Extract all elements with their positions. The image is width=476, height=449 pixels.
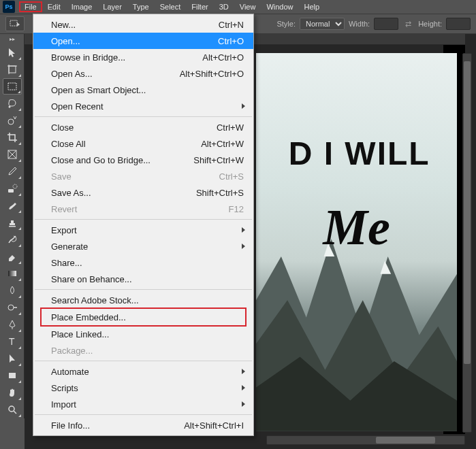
menu-item-open[interactable]: Open...Ctrl+O	[33, 33, 253, 49]
menu-item-label: Browse in Bridge...	[51, 52, 202, 63]
swap-dimensions-icon[interactable]: ⇄	[405, 20, 411, 29]
rectangular-marquee-tool[interactable]	[3, 78, 22, 95]
menu-item-browse-in-bridge[interactable]: Browse in Bridge...Alt+Ctrl+O	[33, 49, 253, 65]
gradient-tool[interactable]	[3, 265, 22, 282]
submenu-arrow-icon	[242, 244, 245, 249]
menu-edit[interactable]: Edit	[42, 1, 66, 12]
menu-item-label: Import	[51, 399, 244, 410]
menu-3d[interactable]: 3D	[214, 1, 234, 12]
menu-help[interactable]: Help	[299, 1, 326, 12]
menu-item-label: Scripts	[51, 383, 244, 393]
svg-rect-18	[9, 373, 16, 378]
brush-tool[interactable]	[3, 197, 22, 214]
menu-item-open-recent[interactable]: Open Recent	[33, 98, 253, 114]
crop-tool[interactable]	[3, 129, 22, 146]
menu-item-label: Open...	[51, 36, 218, 46]
horizontal-scrollbar[interactable]	[266, 435, 465, 445]
svg-rect-1	[9, 66, 16, 73]
menu-item-close-all[interactable]: Close AllAlt+Ctrl+W	[33, 135, 253, 152]
menu-item-revert: RevertF12	[33, 201, 253, 217]
menu-item-shortcut: Shift+Ctrl+W	[193, 155, 244, 165]
lasso-tool[interactable]	[3, 95, 22, 112]
menu-item-package: Package...	[33, 342, 253, 359]
height-input[interactable]	[446, 18, 471, 30]
menu-layer[interactable]: Layer	[97, 1, 127, 12]
history-brush-tool[interactable]	[3, 231, 22, 248]
menu-item-label: Share...	[51, 258, 244, 268]
width-input[interactable]	[374, 18, 398, 30]
clone-stamp-tool[interactable]	[3, 214, 22, 231]
menu-separator	[35, 289, 252, 290]
menu-item-import[interactable]: Import	[33, 396, 253, 412]
menu-item-scripts[interactable]: Scripts	[33, 380, 253, 396]
svg-point-14	[8, 305, 14, 310]
svg-line-20	[14, 411, 16, 414]
style-select[interactable]: Normal	[300, 18, 345, 30]
dodge-tool[interactable]	[3, 299, 22, 316]
width-label: Width:	[349, 20, 370, 28]
menu-file[interactable]: File	[19, 1, 42, 12]
menu-item-save: SaveCtrl+S	[33, 168, 253, 184]
menu-type[interactable]: Type	[127, 1, 155, 12]
menu-item-label: Revert	[51, 204, 229, 214]
svg-rect-12	[9, 226, 16, 227]
eraser-tool[interactable]	[3, 248, 22, 265]
menu-item-shortcut: Ctrl+S	[219, 171, 244, 182]
spot-healing-brush-tool[interactable]	[3, 180, 22, 197]
blur-tool[interactable]	[3, 282, 22, 299]
menu-item-open-as[interactable]: Open As...Alt+Shift+Ctrl+O	[33, 65, 253, 82]
horizontal-type-tool[interactable]: T	[3, 333, 22, 350]
hand-tool[interactable]	[3, 384, 22, 401]
menu-item-label: Open As...	[51, 69, 180, 79]
menu-window[interactable]: Window	[261, 1, 298, 12]
height-label: Height:	[418, 20, 442, 28]
menu-item-share[interactable]: Share...	[33, 254, 253, 271]
svg-point-11	[13, 184, 17, 188]
menu-item-file-info[interactable]: File Info...Alt+Shift+Ctrl+I	[33, 417, 253, 433]
menu-image[interactable]: Image	[66, 1, 98, 12]
submenu-arrow-icon	[242, 227, 245, 233]
menu-item-automate[interactable]: Automate	[33, 363, 253, 380]
menu-select[interactable]: Select	[155, 1, 187, 12]
menu-item-place-linked[interactable]: Place Linked...	[33, 326, 253, 342]
tool-preset-picker[interactable]	[5, 16, 25, 31]
menu-item-close-and-go-to-bridge[interactable]: Close and Go to Bridge...Shift+Ctrl+W	[33, 152, 253, 168]
menu-item-label: Close and Go to Bridge...	[51, 155, 193, 165]
menu-item-save-as[interactable]: Save As...Shift+Ctrl+S	[33, 184, 253, 201]
menu-item-shortcut: Ctrl+O	[218, 36, 244, 46]
file-menu-dropdown: New...Ctrl+NOpen...Ctrl+OBrowse in Bridg…	[33, 14, 254, 436]
menu-separator	[35, 116, 252, 117]
menu-item-export[interactable]: Export	[33, 222, 253, 238]
svg-point-6	[8, 119, 14, 124]
path-selection-tool[interactable]	[3, 350, 22, 367]
document-canvas[interactable]: D I WILL Me	[256, 53, 457, 431]
menu-item-label: Generate	[51, 242, 244, 252]
menu-item-open-as-smart-object[interactable]: Open as Smart Object...	[33, 82, 253, 98]
artboard-tool[interactable]	[3, 61, 22, 78]
move-tool[interactable]	[3, 44, 22, 61]
svg-rect-13	[8, 271, 16, 276]
menu-item-shortcut: Ctrl+N	[219, 20, 244, 30]
menu-item-share-on-behance[interactable]: Share on Behance...	[33, 271, 253, 287]
tools-panel: ▸▸ T	[0, 34, 25, 418]
menu-item-close[interactable]: CloseCtrl+W	[33, 119, 253, 135]
highlight-box: Place Embedded...	[40, 307, 247, 327]
svg-point-19	[9, 406, 14, 412]
eyedropper-tool[interactable]	[3, 163, 22, 180]
rectangle-tool[interactable]	[3, 367, 22, 384]
vertical-scrollbar[interactable]	[462, 53, 472, 433]
menu-item-place-embedded[interactable]: Place Embedded...	[42, 309, 245, 325]
menu-item-generate[interactable]: Generate	[33, 238, 253, 254]
quick-selection-tool[interactable]	[3, 112, 22, 129]
expand-toolbar-icon[interactable]: ▸▸	[0, 34, 25, 44]
frame-tool[interactable]	[3, 146, 22, 163]
menu-item-label: Place Embedded...	[51, 312, 236, 322]
svg-rect-10	[8, 189, 14, 193]
menu-view[interactable]: View	[234, 1, 261, 12]
pen-tool[interactable]	[3, 316, 22, 333]
menu-item-label: Save As...	[51, 188, 196, 198]
zoom-tool[interactable]	[3, 401, 22, 418]
menu-item-search-adobe-stock[interactable]: Search Adobe Stock...	[33, 292, 253, 308]
menu-filter[interactable]: Filter	[186, 1, 213, 12]
menu-item-new[interactable]: New...Ctrl+N	[33, 16, 253, 33]
